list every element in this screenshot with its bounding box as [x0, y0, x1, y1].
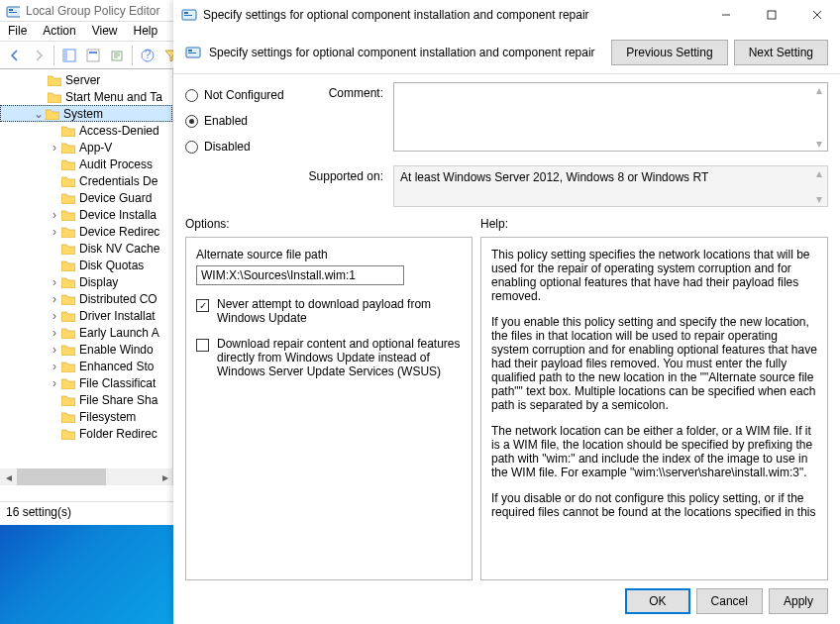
show-hide-tree-button[interactable]: [58, 45, 80, 66]
expand-icon[interactable]: ›: [48, 141, 61, 155]
tree-label: Device Installa: [79, 208, 157, 222]
apply-button[interactable]: Apply: [769, 588, 828, 614]
expand-icon[interactable]: ›: [48, 275, 61, 289]
scroll-right-icon[interactable]: ▸: [157, 468, 173, 485]
tree-item[interactable]: ›App-V: [0, 139, 172, 156]
tree-item[interactable]: Folder Redirec: [0, 425, 172, 442]
supported-text: At least Windows Server 2012, Windows 8 …: [400, 170, 708, 184]
never-download-checkbox-row[interactable]: Never attempt to download payload from W…: [196, 297, 462, 325]
horizontal-scrollbar[interactable]: ◂ ▸: [0, 468, 173, 485]
tree-item[interactable]: ›Device Installa: [0, 206, 172, 223]
tree-item[interactable]: ›Early Launch A: [0, 324, 172, 341]
tree-item[interactable]: Disk NV Cache: [0, 240, 172, 257]
folder-icon: [61, 293, 75, 305]
maximize-button[interactable]: [749, 0, 794, 30]
status-bar: 16 setting(s): [0, 501, 173, 521]
next-setting-button[interactable]: Next Setting: [734, 40, 828, 65]
tree-item[interactable]: Device Guard: [0, 189, 172, 206]
tree: Server Start Menu and Ta ⌄System Access-…: [0, 69, 172, 444]
alt-source-input[interactable]: [196, 265, 404, 285]
radio-not-configured[interactable]: Not Configured: [185, 82, 304, 108]
expand-icon[interactable]: ›: [48, 225, 61, 239]
tree-panel[interactable]: Server Start Menu and Ta ⌄System Access-…: [0, 69, 173, 485]
folder-icon: [61, 377, 75, 389]
svg-rect-5: [87, 50, 99, 61]
tree-label: File Share Sha: [79, 393, 158, 407]
folder-icon: [61, 158, 75, 170]
folder-icon: [61, 226, 75, 238]
supported-row: Supported on: At least Windows Server 20…: [173, 159, 840, 209]
scrollbar[interactable]: ▴▾: [810, 83, 827, 151]
options-label: Options:: [185, 217, 480, 231]
expand-icon[interactable]: ›: [48, 360, 61, 373]
scroll-thumb[interactable]: [17, 468, 106, 485]
tree-label: Device Redirec: [79, 225, 159, 239]
scroll-left-icon[interactable]: ◂: [0, 468, 17, 485]
close-button[interactable]: [794, 0, 840, 30]
tree-item-system[interactable]: ⌄System: [0, 105, 172, 122]
tree-label: System: [63, 107, 103, 121]
tree-item[interactable]: ›Distributed CO: [0, 290, 172, 307]
collapse-icon[interactable]: ⌄: [32, 107, 46, 121]
tree-item[interactable]: ›Driver Installat: [0, 307, 172, 324]
dialog-titlebar[interactable]: Specify settings for optional component …: [173, 0, 840, 30]
menu-action[interactable]: Action: [43, 24, 75, 39]
tree-item[interactable]: ›Display: [0, 273, 172, 290]
export-button[interactable]: [106, 45, 128, 66]
radio-icon: [185, 141, 198, 154]
tree-item[interactable]: Filesystem: [0, 408, 172, 425]
scroll-down-icon[interactable]: ▾: [816, 137, 822, 151]
radio-label: Enabled: [204, 114, 248, 128]
radio-enabled[interactable]: Enabled: [185, 108, 304, 134]
menu-help[interactable]: Help: [134, 24, 158, 39]
ok-button[interactable]: OK: [625, 588, 689, 614]
download-wu-checkbox-row[interactable]: Download repair content and optional fea…: [196, 337, 462, 378]
previous-setting-button[interactable]: Previous Setting: [611, 40, 727, 65]
tree-label: Display: [79, 275, 118, 289]
expand-icon[interactable]: ›: [48, 309, 61, 323]
tree-item[interactable]: Audit Process: [0, 156, 172, 172]
comment-textarea[interactable]: ▴▾: [393, 82, 828, 152]
dialog-config-row: Not Configured Enabled Disabled Comment:…: [173, 76, 840, 159]
menu-file[interactable]: File: [8, 24, 27, 39]
expand-icon[interactable]: ›: [48, 208, 61, 222]
radio-disabled[interactable]: Disabled: [185, 134, 304, 159]
tree-item[interactable]: ›Device Redirec: [0, 223, 172, 240]
help-text: This policy setting specifies the networ…: [491, 248, 817, 303]
folder-icon: [61, 260, 75, 271]
expand-icon[interactable]: ›: [48, 326, 61, 340]
folder-icon: [61, 310, 75, 322]
policy-icon: [181, 7, 197, 23]
tree-item[interactable]: ›File Classificat: [0, 374, 172, 391]
svg-rect-4: [63, 50, 67, 61]
properties-button[interactable]: [82, 45, 104, 66]
tree-item[interactable]: Disk Quotas: [0, 257, 172, 273]
back-button[interactable]: [4, 45, 26, 66]
help-button[interactable]: ?: [137, 45, 158, 66]
folder-icon: [61, 209, 75, 221]
tree-item[interactable]: Access-Denied: [0, 122, 172, 139]
tree-label: Disk NV Cache: [79, 242, 159, 256]
tree-item[interactable]: ›Enhanced Sto: [0, 358, 172, 374]
cancel-button[interactable]: Cancel: [696, 588, 763, 614]
folder-icon: [61, 344, 75, 356]
menu-view[interactable]: View: [92, 24, 118, 39]
tree-item[interactable]: ›Enable Windo: [0, 341, 172, 358]
options-panel: Alternate source file path Never attempt…: [185, 237, 472, 580]
expand-icon[interactable]: ›: [48, 343, 61, 357]
minimize-button[interactable]: [703, 0, 749, 30]
svg-text:?: ?: [145, 48, 152, 61]
scroll-up-icon[interactable]: ▴: [816, 83, 822, 97]
tree-item[interactable]: File Share Sha: [0, 391, 172, 408]
expand-icon[interactable]: ›: [48, 376, 61, 390]
tree-item[interactable]: Server: [0, 71, 172, 88]
tree-label: Disk Quotas: [79, 259, 144, 272]
tree-item[interactable]: Start Menu and Ta: [0, 88, 172, 105]
folder-icon: [61, 175, 75, 187]
dialog-footer: OK Cancel Apply: [173, 580, 840, 624]
tree-label: File Classificat: [79, 376, 156, 390]
gpe-title: Local Group Policy Editor: [26, 4, 159, 18]
forward-button[interactable]: [28, 45, 50, 66]
tree-item[interactable]: Credentials De: [0, 172, 172, 189]
expand-icon[interactable]: ›: [48, 292, 61, 306]
